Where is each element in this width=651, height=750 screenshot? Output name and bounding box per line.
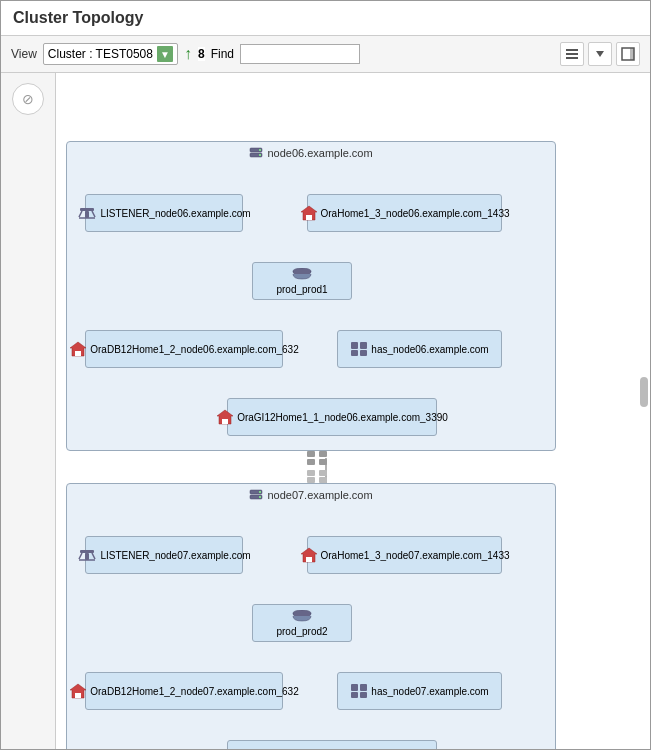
has-node07-label: has_node07.example.com [371,686,488,697]
svg-rect-35 [360,342,367,349]
svg-rect-0 [566,49,578,51]
home-icon [300,205,318,221]
node06-title: node06.example.com [67,142,555,164]
svg-rect-36 [351,350,358,356]
find-input[interactable] [240,44,360,64]
svg-rect-44 [307,470,315,476]
home-icon5 [69,683,87,699]
listener-node07-content: LISTENER_node07.example.com [77,547,250,563]
oragi12-node06-content: OraGI12Home1_1_node06.example.com_3390 [216,409,448,425]
svg-rect-1 [566,53,578,55]
node07-box: node07.example.com LISTENER_node07.examp… [66,483,556,749]
chevron-down-icon [595,49,605,59]
svg-marker-3 [596,51,604,57]
svg-rect-61 [75,693,81,698]
svg-rect-64 [351,692,358,698]
connector-icon [303,451,331,483]
dropdown-icon-btn[interactable] [588,42,612,66]
listener-icon [77,205,97,221]
svg-point-23 [259,154,261,156]
svg-rect-52 [85,553,89,560]
oradb12-node06-content: OraDB12Home1_2_node06.example.com_632 [69,341,298,357]
svg-rect-53 [80,550,94,553]
home-icon4 [300,547,318,563]
listener-node07[interactable]: LISTENER_node07.example.com [85,536,243,574]
has-node07[interactable]: has_node07.example.com [337,672,502,710]
listener-node06-content: LISTENER_node06.example.com [77,205,250,221]
has-node07-content: has_node07.example.com [350,683,488,699]
title-bar: Cluster Topology [1,1,650,36]
svg-rect-40 [307,451,315,457]
cluster-dropdown[interactable]: Cluster : TEST0508 ▼ [43,43,178,65]
toolbar-icons [560,42,640,66]
view-label: View [11,47,37,61]
cluster-value: Cluster : TEST0508 [48,47,153,61]
prod-prod2[interactable]: prod_prod2 [252,604,352,642]
listener-icon2 [77,547,97,563]
has-node06-label: has_node06.example.com [371,344,488,355]
prod-prod2-label: prod_prod2 [276,626,327,637]
svg-rect-63 [360,684,367,691]
svg-rect-43 [319,459,327,465]
home-icon3 [216,409,234,425]
oradb12-node07[interactable]: OraDB12Home1_2_node07.example.com_632 [85,672,283,710]
compass-icon: ⊘ [12,83,44,115]
count-badge: 8 [198,47,205,61]
node07-title: node07.example.com [67,484,555,506]
panel-toggle-btn[interactable] [616,42,640,66]
listener-node06-label: LISTENER_node06.example.com [100,208,250,219]
grid-icon [350,341,368,357]
orahome13-node07[interactable]: OraHome1_3_node07.example.com_1433 [307,536,502,574]
svg-rect-2 [566,57,578,59]
node06-box: node06.example.com LISTENER_node06.examp… [66,141,556,451]
svg-rect-37 [360,350,367,356]
scroll-handle[interactable] [640,377,648,407]
oradb12-node06[interactable]: OraDB12Home1_2_node06.example.com_632 [85,330,283,368]
grid-icon2 [350,683,368,699]
orahome13-node07-content: OraHome1_3_node07.example.com_1433 [300,547,510,563]
home-icon2 [69,341,87,357]
server-icon2 [249,488,263,502]
svg-line-27 [92,211,95,217]
list-icon [565,47,579,61]
toolbar: View Cluster : TEST0508 ▼ ↑ 8 Find [1,36,650,73]
dropdown-arrow-icon[interactable]: ▼ [157,46,173,62]
svg-rect-24 [85,211,89,218]
oragi12-node07[interactable]: OraGI12Home1_1_node07.example.com_3390 [227,740,437,749]
svg-point-50 [259,491,261,493]
oradb12-node06-label: OraDB12Home1_2_node06.example.com_632 [90,344,298,355]
svg-rect-41 [319,451,327,457]
page-title: Cluster Topology [13,9,143,26]
orahome13-node06-label: OraHome1_3_node06.example.com_1433 [321,208,510,219]
node06-label: node06.example.com [267,147,372,159]
svg-rect-5 [630,48,634,60]
svg-line-54 [79,553,82,559]
server-icon [249,146,263,160]
oragi12-node06[interactable]: OraGI12Home1_1_node06.example.com_3390 [227,398,437,436]
svg-rect-45 [319,470,327,476]
inter-node-connector [302,451,332,483]
svg-line-26 [79,211,82,217]
list-icon-btn[interactable] [560,42,584,66]
node07-label: node07.example.com [267,489,372,501]
has-node06[interactable]: has_node06.example.com [337,330,502,368]
orahome13-node06[interactable]: OraHome1_3_node06.example.com_1433 [307,194,502,232]
listener-node06[interactable]: LISTENER_node06.example.com [85,194,243,232]
svg-rect-25 [80,208,94,211]
prod-prod1[interactable]: prod_prod1 [252,262,352,300]
oradb12-node07-content: OraDB12Home1_2_node07.example.com_632 [69,683,298,699]
left-panel: ⊘ [1,73,56,749]
svg-rect-39 [222,419,228,424]
oragi12-node06-label: OraGI12Home1_1_node06.example.com_3390 [237,412,448,423]
orahome13-node06-content: OraHome1_3_node06.example.com_1433 [300,205,510,221]
svg-rect-34 [351,342,358,349]
svg-rect-62 [351,684,358,691]
svg-rect-42 [307,459,315,465]
topology-canvas[interactable]: node06.example.com LISTENER_node06.examp… [56,73,650,749]
svg-rect-65 [360,692,367,698]
main-window: Cluster Topology View Cluster : TEST0508… [0,0,651,750]
svg-rect-30 [306,215,312,220]
svg-rect-58 [306,557,312,562]
db-icon2 [292,610,312,624]
prod-prod1-label: prod_prod1 [276,284,327,295]
